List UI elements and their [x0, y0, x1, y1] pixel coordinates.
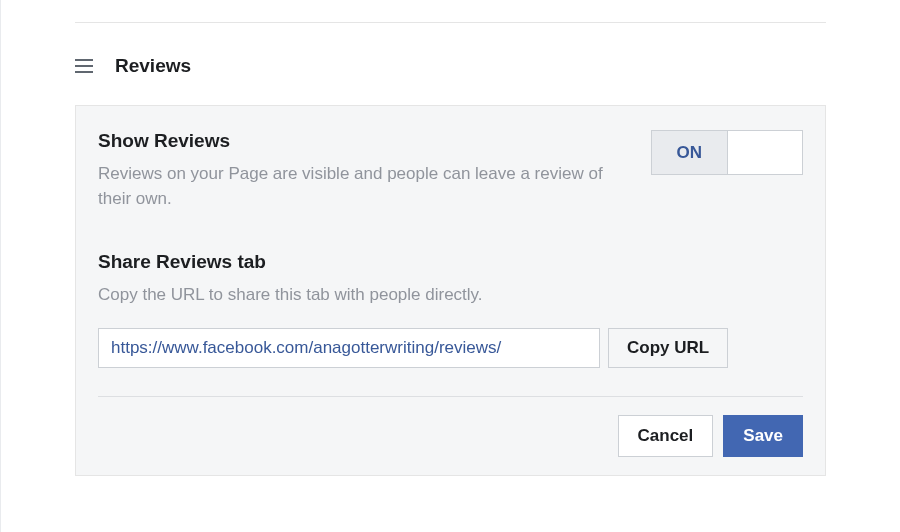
share-tab-description: Copy the URL to share this tab with peop…	[98, 283, 803, 308]
inner-divider	[98, 396, 803, 397]
action-row: Cancel Save	[98, 415, 803, 457]
show-reviews-toggle[interactable]: ON	[651, 130, 803, 175]
copy-url-button[interactable]: Copy URL	[608, 328, 728, 368]
show-reviews-description: Reviews on your Page are visible and peo…	[98, 162, 621, 211]
divider	[75, 22, 826, 23]
show-reviews-heading: Show Reviews	[98, 130, 621, 152]
show-reviews-row: Show Reviews Reviews on your Page are vi…	[98, 130, 803, 211]
settings-panel: Show Reviews Reviews on your Page are vi…	[75, 105, 826, 476]
share-url-input[interactable]	[98, 328, 600, 368]
drag-handle-icon[interactable]	[75, 59, 93, 73]
save-button[interactable]: Save	[723, 415, 803, 457]
section-header: Reviews	[75, 55, 826, 77]
share-tab-heading: Share Reviews tab	[98, 251, 803, 273]
toggle-on-label: ON	[652, 131, 728, 174]
share-tab-block: Share Reviews tab Copy the URL to share …	[98, 251, 803, 368]
cancel-button[interactable]: Cancel	[618, 415, 714, 457]
section-title: Reviews	[115, 55, 191, 77]
toggle-off-side	[728, 131, 803, 174]
